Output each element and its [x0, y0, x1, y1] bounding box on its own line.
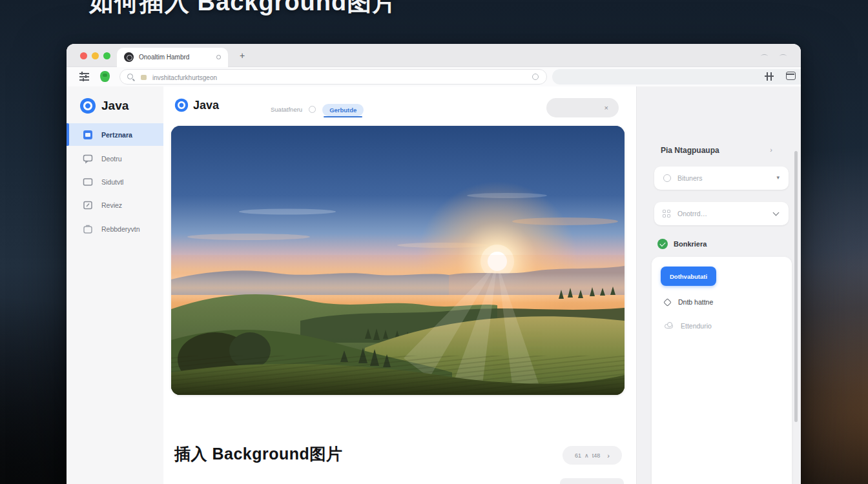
- breadcrumb: Suatatfneru Gerbutde: [271, 103, 364, 115]
- tab-title: Onoaltim Hambrd: [139, 54, 189, 61]
- java-logo-icon: [174, 98, 189, 112]
- tab-favicon-icon: [124, 52, 134, 62]
- grid-icon: [663, 210, 670, 217]
- app-logo: Java: [79, 97, 129, 115]
- panel-primary-button[interactable]: Dothvabutati: [661, 267, 716, 286]
- bag-icon: [83, 224, 93, 234]
- article-title: 插入 Background图片: [174, 443, 342, 465]
- close-window-button[interactable]: [80, 52, 87, 59]
- panel-card: Dothvabutati Dntb hattne Ettendurio: [652, 257, 792, 484]
- status-label: Bonkriera: [674, 240, 707, 248]
- panel-item-label: Dntb hattne: [678, 298, 713, 306]
- minimize-window-button[interactable]: [92, 52, 99, 59]
- select-value: Onotrrd…: [677, 210, 707, 217]
- sidebar-toggle-icon[interactable]: [786, 72, 796, 80]
- tab-audio-icon[interactable]: [216, 55, 221, 59]
- main-content: Java Suatatfneru Gerbutde ×: [163, 86, 636, 484]
- panel-header: Pia Ntagpuaupa: [661, 146, 719, 155]
- select-value: Bituners: [677, 174, 703, 182]
- lock-icon: [141, 75, 147, 80]
- panel-list-item[interactable]: Dntb hattne: [665, 298, 713, 306]
- panel-item-label: Ettendurio: [681, 322, 712, 330]
- breadcrumb-chip[interactable]: Gerbutde: [322, 104, 364, 116]
- pager-right: t48: [592, 452, 601, 459]
- sidebar-item-label: Rebbderyvtn: [101, 225, 140, 233]
- image-icon: [83, 130, 93, 140]
- card-icon: [83, 177, 93, 187]
- breadcrumb-chip-underline: [324, 116, 362, 118]
- panel-select-2[interactable]: Onotrrd…: [654, 202, 789, 225]
- document-icon: [83, 200, 93, 210]
- diamond-icon: [663, 298, 672, 307]
- chevron-right-icon: ›: [607, 452, 610, 459]
- sidebar-item-rebbderyvtn[interactable]: Rebbderyvtn: [67, 217, 163, 240]
- shield-icon[interactable]: [100, 71, 110, 82]
- app-logo-text: Java: [101, 99, 129, 113]
- cloud-icon: [665, 324, 673, 328]
- breadcrumb-separator-icon: [309, 106, 316, 113]
- sidebar-item-reviez[interactable]: Reviez: [67, 194, 163, 216]
- main-header: Java Suatatfneru Gerbutde ×: [172, 98, 627, 117]
- pager-button[interactable]: 61 ∧ t48 ›: [563, 446, 622, 465]
- right-panel: Pia Ntagpuaupa › Bituners ▾ Onotrrd… Bon…: [636, 86, 801, 484]
- panel-collapse-icon[interactable]: ›: [770, 146, 772, 154]
- tab-strip-menu-icon[interactable]: [780, 54, 787, 58]
- sidebar-item-sidutvtl[interactable]: Sidutvtl: [67, 170, 163, 193]
- url-text: invshitacfurkhurtsgeon: [152, 74, 217, 81]
- sidebar-item-label: Pertznara: [101, 131, 132, 139]
- address-bar[interactable]: invshitacfurkhurtsgeon: [119, 69, 547, 85]
- tab-strip-overflow-icon[interactable]: [761, 54, 768, 58]
- green-check-icon: [657, 239, 668, 249]
- browser-tab-strip: Onoaltim Hambrd +: [67, 44, 801, 67]
- panel-select-1[interactable]: Bituners ▾: [654, 166, 789, 190]
- circle-icon: [663, 174, 671, 182]
- sidebar-item-deotru[interactable]: Deotru: [67, 147, 163, 170]
- browser-tab[interactable]: Onoaltim Hambrd: [117, 48, 228, 67]
- panel-status: Bonkriera: [657, 239, 707, 249]
- left-sidebar: Java Pertznara Deotru Sidutvtl: [67, 86, 163, 484]
- pager-caret-icon: ∧: [584, 452, 589, 459]
- search-icon: [127, 74, 133, 79]
- pager-left: 61: [575, 452, 581, 459]
- breadcrumb-path[interactable]: Suatatfneru: [271, 106, 302, 113]
- main-logo-text: Java: [193, 99, 219, 112]
- panel-scrollbar[interactable]: [794, 151, 798, 422]
- new-tab-button[interactable]: +: [236, 49, 249, 62]
- sunset-landscape-image: [171, 126, 625, 395]
- tune-icon[interactable]: [79, 72, 89, 81]
- chat-icon: [83, 154, 93, 164]
- panel-list-item[interactable]: Ettendurio: [665, 322, 712, 330]
- caret-down-icon: ▾: [776, 174, 780, 181]
- sidebar-item-label: Sidutvtl: [101, 178, 123, 186]
- reload-icon[interactable]: [532, 74, 539, 80]
- browser-window: Onoaltim Hambrd + invshitacfurkhurtsgeon: [67, 44, 801, 484]
- sidebar-item-label: Deotru: [101, 155, 122, 163]
- tabs-action-button[interactable]: 继续查看详情: [560, 478, 624, 484]
- secondary-search-field[interactable]: [552, 69, 801, 85]
- zoom-window-button[interactable]: [103, 52, 110, 59]
- chevron-down-icon: [773, 210, 780, 216]
- java-logo-icon: [79, 97, 96, 114]
- browser-toolbar: invshitacfurkhurtsgeon: [67, 67, 801, 86]
- sidebar-item-label: Reviez: [101, 201, 122, 209]
- page-title: 如何插入 Background图片: [89, 0, 397, 19]
- extensions-icon[interactable]: [765, 72, 773, 81]
- main-logo: Java: [174, 98, 219, 112]
- header-dropdown-button[interactable]: ×: [546, 98, 619, 117]
- sidebar-item-pertznara[interactable]: Pertznara: [67, 123, 163, 146]
